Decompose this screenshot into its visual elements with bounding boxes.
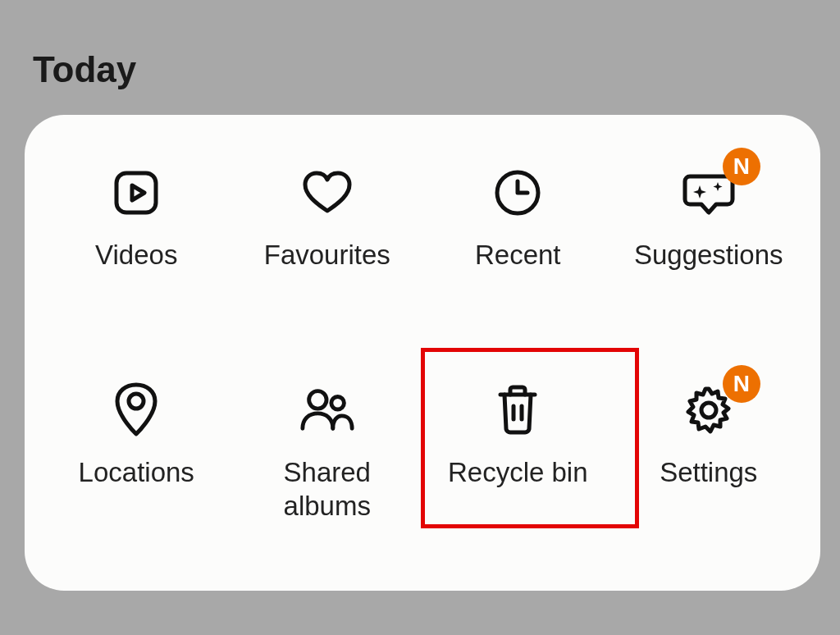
pin-icon xyxy=(107,381,165,439)
trash-icon xyxy=(489,381,546,439)
new-badge: N xyxy=(723,365,760,403)
tile-label: Videos xyxy=(95,238,177,272)
svg-rect-0 xyxy=(116,173,156,212)
clock-icon xyxy=(489,164,546,222)
tile-shared-albums[interactable]: Shared albums xyxy=(232,373,423,558)
tile-locations[interactable]: Locations xyxy=(41,373,232,558)
tile-videos[interactable]: Videos xyxy=(41,156,232,340)
tile-card: Videos Favourites Recent xyxy=(25,115,820,591)
play-square-icon xyxy=(107,164,165,222)
tile-recent[interactable]: Recent xyxy=(422,156,614,340)
tile-label: Shared albums xyxy=(245,455,409,523)
svg-point-4 xyxy=(331,396,345,409)
heart-icon xyxy=(299,164,356,222)
tile-suggestions[interactable]: N Suggestions xyxy=(614,156,805,340)
page-title: Today xyxy=(33,49,815,90)
tile-label: Recycle bin xyxy=(448,455,588,489)
tile-settings[interactable]: N Settings xyxy=(614,373,805,558)
tile-favourites[interactable]: Favourites xyxy=(232,156,423,340)
tile-label: Suggestions xyxy=(634,238,783,272)
tile-label: Favourites xyxy=(264,238,390,272)
gear-icon: N xyxy=(680,381,737,439)
svg-point-3 xyxy=(308,391,326,409)
tile-label: Recent xyxy=(475,238,561,272)
people-icon xyxy=(299,381,356,439)
new-badge: N xyxy=(723,148,760,185)
svg-point-5 xyxy=(701,403,716,418)
page-root: Today Videos Favourites xyxy=(0,0,840,635)
tile-recycle-bin[interactable]: Recycle bin xyxy=(422,373,614,558)
tile-label: Settings xyxy=(660,455,757,489)
tile-label: Locations xyxy=(79,455,194,489)
sparkle-chat-icon: N xyxy=(680,164,737,222)
svg-point-2 xyxy=(129,394,144,409)
